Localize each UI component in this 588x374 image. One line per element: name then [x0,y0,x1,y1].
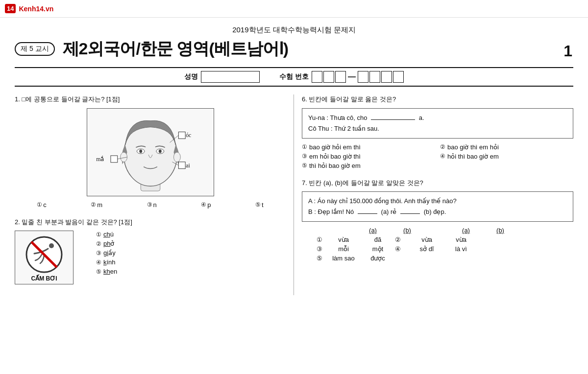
id-box-1[interactable] [312,71,322,83]
question-6: 6. 빈칸에 들어갈 말로 옳은 것은? Yu-na : Thưa cô, ch… [302,94,573,169]
q1-options: ① c ② m ③ n ④ p [15,201,286,209]
id-box-5[interactable] [369,71,380,83]
q1-opt-4: ④ p [201,201,211,209]
svg-text:óc: óc [186,132,191,139]
q1-title: 1. □에 공통으로 들어갈 글자는? [1점] [15,94,286,104]
svg-text:mắ: mắ [96,155,104,162]
q6-dialog-line1: Yu-na : Thưa cô, cho a. [308,113,567,123]
question-1: 1. □에 공통으로 들어갈 글자는? [1점] [15,94,286,209]
svg-point-3 [139,149,142,153]
name-id-row: 성명 수험 번호 — [15,67,573,87]
period-badge: 제 5 교시 [15,42,55,56]
q6-options: ① bao giờ hỏi em thì ② bao giờ thì em hỏ… [302,143,573,169]
id-boxes: — [312,71,404,83]
name-label: 성명 [184,72,198,81]
swim-forbidden-box: CẤM BƠI [15,231,74,284]
svg-point-5 [158,149,161,153]
q6-opt-3: ③ em hỏi bao giờ thì [302,153,435,160]
exam-title-row: 제 5 교시 제2외국어/한문 영역(베트남어Ⅰ) [15,38,573,60]
q2-title: 2. 밑줄 친 부분과 발음이 같은 것은? [1점] [15,217,286,227]
q2-opt-4: ④ kính [96,258,117,266]
q7-blank-a [358,213,377,214]
name-field: 성명 [184,71,260,83]
svg-rect-12 [110,155,117,162]
page-number: 1 [564,42,572,60]
q6-opt-2: ② bao giờ thì em hỏi [440,143,573,151]
questions-layout: 1. □에 공통으로 들어갈 글자는? [1점] [15,94,573,295]
id-dash: — [348,72,356,81]
logo-box: 14 [5,4,16,14]
svg-point-7 [173,152,180,162]
q1-opt-3: ③ n [147,201,157,209]
q6-opt-5: ⑤ thì hỏi bao giờ em [302,162,435,169]
q6-dialog-line2: Cô Thu : Thứ 2 tuần sau. [308,123,567,134]
q7-options-table: (a) (b) (a) (b) ① vừa đã ② vừa vừa [302,227,573,262]
name-input-box[interactable] [201,71,260,83]
q2-opt-5: ⑤ khen [96,268,117,275]
id-box-6[interactable] [381,71,392,83]
q6-opt-1: ① bao giờ hỏi em thì [302,143,435,151]
question-7: 7. 빈칸 (a), (b)에 들어갈 말로 알맞은 것은? A : Áo nà… [302,178,573,262]
q6-dialog: Yu-na : Thưa cô, cho a. Cô Thu : Thứ 2 t… [302,108,573,139]
q7-dialog-line2: B : Đẹp lắm! Nó (a) rẻ (b) đẹp. [308,207,567,217]
svg-point-18 [49,243,54,248]
q6-title: 6. 빈칸에 들어갈 말로 옳은 것은? [302,94,573,104]
site-header: 14 Kenh14.vn [0,0,588,18]
svg-rect-14 [178,162,185,168]
exam-page: 1 2019학년도 대학수학능력시험 문제지 제 5 교시 제2외국어/한문 영… [0,18,588,303]
q6-opt-4: ④ hỏi thì bao giờ em [440,153,573,160]
q2-opt-2: ② phở [96,240,117,247]
exam-main-title: 제2외국어/한문 영역(베트남어Ⅰ) [63,38,288,60]
q1-opt-5: ⑤ t [255,201,264,209]
q1-opt-1: ① c [37,201,47,209]
q7-dialog: A : Áo này chỉ 150.000 đồng thôi. Anh th… [302,191,573,222]
id-field: 수험 번호 — [279,71,404,83]
id-box-2[interactable] [323,71,334,83]
face-svg: óc mắ ai [87,109,214,196]
q2-options: ① chú ② phở ③ giầy ④ kín [96,231,117,275]
svg-rect-8 [178,132,185,139]
q1-opt-2: ② m [91,201,102,209]
q7-blank-b [400,213,420,214]
id-box-7[interactable] [393,71,404,83]
site-name: Kenh14.vn [19,5,53,13]
svg-text:ai: ai [186,162,190,168]
face-image-box: óc mắ ai [87,108,214,196]
svg-point-6 [120,152,127,162]
question-2: 2. 밑줄 친 부분과 발음이 같은 것은? [1점] [15,217,286,287]
logo-number: 14 [7,5,14,12]
swim-label: CẤM BƠI [31,275,57,282]
id-box-4[interactable] [358,71,368,83]
q7-title: 7. 빈칸 (a), (b)에 들어갈 말로 알맞은 것은? [302,178,573,188]
q7-dialog-line1: A : Áo này chỉ 150.000 đồng thôi. Anh th… [308,196,567,207]
q2-layout: CẤM BƠI ① chú ② phở ③ [15,231,286,286]
q6-blank [371,119,415,120]
id-label: 수험 번호 [279,72,309,81]
q2-opt-3: ③ giầy [96,249,117,257]
col-right: 6. 빈칸에 들어갈 말로 옳은 것은? Yu-na : Thưa cô, ch… [294,94,573,295]
q2-opt-1: ① chú [96,231,117,238]
exam-top-title: 2019학년도 대학수학능력시험 문제지 [15,25,573,35]
swim-forbidden-icon [24,235,64,274]
id-box-3[interactable] [335,71,346,83]
col-left: 1. □에 공통으로 들어갈 글자는? [1점] [15,94,294,295]
